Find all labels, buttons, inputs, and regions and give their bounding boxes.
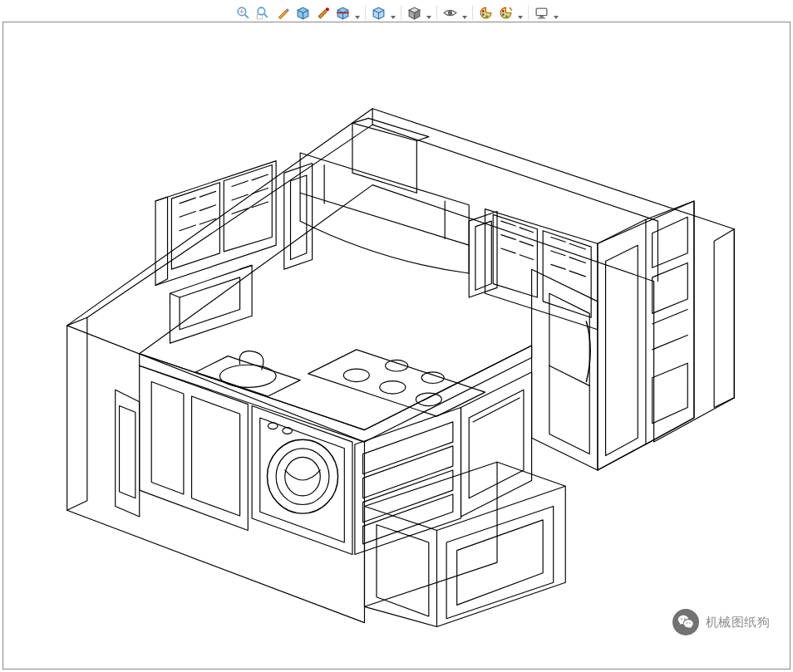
palette-1-icon[interactable] bbox=[477, 3, 495, 22]
palette-2-icon[interactable] bbox=[497, 3, 515, 22]
section-box-icon[interactable] bbox=[334, 3, 352, 22]
washer bbox=[252, 406, 352, 555]
svg-point-18 bbox=[380, 381, 406, 394]
svg-point-26 bbox=[268, 423, 278, 429]
box-display-icon[interactable] bbox=[294, 3, 313, 22]
svg-line-1 bbox=[245, 14, 249, 17]
dropdown-6-icon[interactable] bbox=[553, 9, 559, 16]
svg-rect-4 bbox=[257, 14, 262, 18]
paint-icon[interactable] bbox=[314, 3, 332, 22]
hood-side-cabinets bbox=[284, 164, 497, 297]
watermark-text: 机械图纸狗 bbox=[706, 615, 771, 630]
svg-point-12 bbox=[502, 13, 505, 16]
zoom-window-icon[interactable] bbox=[254, 3, 273, 22]
kitchen-wireframe-model bbox=[3, 22, 790, 669]
svg-point-17 bbox=[343, 369, 369, 381]
svg-rect-15 bbox=[539, 15, 543, 17]
svg-point-27 bbox=[283, 428, 293, 434]
separator bbox=[472, 5, 473, 20]
monitor-icon[interactable] bbox=[533, 3, 551, 22]
3d-viewport[interactable] bbox=[2, 22, 791, 670]
base-cabinets-left bbox=[116, 365, 249, 530]
drawer-stack bbox=[355, 408, 461, 555]
dropdown-5-icon[interactable] bbox=[517, 9, 524, 16]
upper-cabinets-left bbox=[155, 161, 276, 286]
svg-point-5 bbox=[326, 7, 329, 11]
svg-point-10 bbox=[485, 15, 488, 17]
separator bbox=[401, 5, 401, 20]
svg-rect-14 bbox=[536, 8, 547, 16]
separator bbox=[436, 5, 437, 20]
room-walls bbox=[67, 109, 735, 623]
wechat-icon bbox=[672, 609, 699, 635]
cooktop bbox=[308, 350, 485, 416]
watermark: 机械图纸狗 bbox=[672, 609, 771, 635]
separator bbox=[528, 5, 529, 20]
svg-line-3 bbox=[264, 13, 268, 17]
zoom-fit-icon[interactable] bbox=[234, 3, 253, 22]
eye-icon[interactable] bbox=[441, 3, 460, 22]
svg-point-25 bbox=[285, 458, 321, 496]
sink bbox=[195, 351, 300, 396]
upper-cabinets-right bbox=[485, 209, 597, 330]
dropdown-2-icon[interactable] bbox=[390, 9, 396, 16]
svg-point-9 bbox=[482, 13, 485, 16]
dropdown-3-icon[interactable] bbox=[426, 9, 432, 16]
wall-microwave-left bbox=[170, 265, 252, 343]
svg-point-19 bbox=[416, 393, 441, 405]
box-view-icon[interactable] bbox=[370, 3, 388, 22]
svg-point-7 bbox=[448, 10, 452, 14]
dropdown-4-icon[interactable] bbox=[461, 9, 468, 16]
separator bbox=[365, 5, 366, 20]
top-toolbar bbox=[0, 2, 793, 23]
dishwasher bbox=[461, 372, 531, 517]
cube-shaded-icon[interactable] bbox=[406, 3, 424, 22]
svg-point-2 bbox=[258, 7, 265, 15]
svg-point-8 bbox=[482, 10, 485, 12]
svg-point-11 bbox=[502, 10, 505, 12]
svg-point-13 bbox=[505, 15, 508, 17]
svg-point-22 bbox=[219, 365, 276, 387]
dropdown-1-icon[interactable] bbox=[354, 9, 361, 16]
tall-right-stack bbox=[531, 201, 693, 470]
brush-icon[interactable] bbox=[274, 3, 293, 22]
svg-point-23 bbox=[267, 439, 337, 513]
